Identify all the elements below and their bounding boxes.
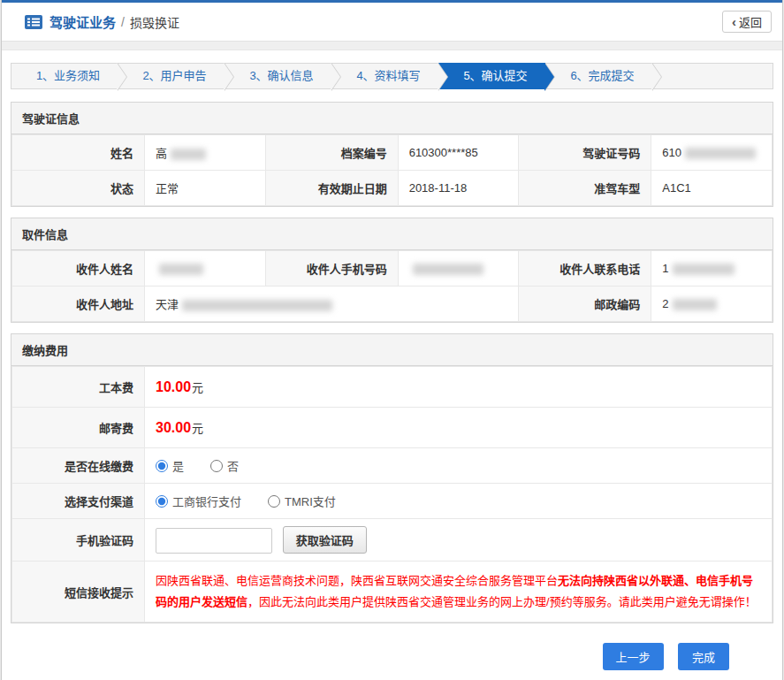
section-pickup-info: 取件信息 收件人姓名 收件人手机号码 收件人联系电话 1 收件人地址 天津 邮政… — [11, 218, 773, 323]
online-payment-yes-label: 是 — [172, 457, 184, 474]
sms-notice-label: 短信接收提示 — [12, 562, 145, 623]
license-info-table: 姓名 高 档案编号 610300****85 驾驶证号码 610 状态 正常 有… — [11, 134, 773, 206]
name-label: 姓名 — [12, 135, 145, 171]
redacted-value — [685, 148, 756, 159]
recipient-tel-value: 1 — [651, 251, 773, 287]
table-row: 手机验证码 获取验证码 — [12, 519, 773, 562]
sms-notice-text: 因陕西省联通、电信运营商技术问题，陕西省互联网交通安全综合服务管理平台无法向持陕… — [145, 562, 773, 623]
section-title-license: 驾驶证信息 — [11, 103, 773, 134]
page-title: 驾驶证业务 — [49, 12, 116, 31]
fees-table: 工本费 10.00元 邮寄费 30.00元 是否在线缴费 — [11, 366, 773, 623]
step-tab-1-business-notice[interactable]: 1、业务须知 — [11, 63, 118, 89]
license-number-label: 驾驶证号码 — [519, 135, 651, 171]
sms-code-input[interactable] — [156, 528, 272, 554]
sms-code-label: 手机验证码 — [12, 519, 145, 562]
redacted-value — [159, 264, 203, 275]
online-payment-yes-radio[interactable] — [156, 460, 168, 472]
recipient-address-label: 收件人地址 — [12, 287, 145, 322]
step-tab-2-user-declaration[interactable]: 2、用户申告 — [118, 63, 225, 89]
table-row: 姓名 高 档案编号 610300****85 驾驶证号码 610 — [12, 135, 773, 171]
production-cost-amount: 10.00 — [156, 379, 191, 394]
expiry-date-label: 有效期止日期 — [265, 171, 398, 206]
breadcrumb-separator: / — [121, 15, 125, 29]
table-row: 收件人姓名 收件人手机号码 收件人联系电话 1 — [12, 251, 773, 287]
table-row: 是否在线缴费 是 否 — [12, 448, 773, 484]
step-tab-5-confirm-submit[interactable]: 5、确认提交 — [438, 63, 545, 89]
section-title-fees: 缴纳费用 — [11, 334, 773, 366]
sms-notice-part-1: 因陕西省联通、电信运营商技术问题，陕西省互联网交通安全综合服务管理平台 — [156, 574, 558, 587]
recipient-tel-label: 收件人联系电话 — [519, 251, 651, 287]
main-content: 驾驶证信息 姓名 高 档案编号 610300****85 驾驶证号码 610 状… — [2, 100, 782, 680]
previous-step-button[interactable]: 上一步 — [603, 643, 664, 670]
form-actions: 上一步 完成 — [11, 634, 773, 680]
sms-code-field-cell: 获取验证码 — [145, 519, 773, 562]
page-header: 驾驶证业务 / 损毁换证 ‹ 返回 — [2, 3, 782, 42]
redacted-value — [171, 149, 206, 160]
redacted-value — [673, 299, 717, 310]
channel-icbc-option[interactable]: 工商银行支付 — [156, 493, 241, 509]
postcode-label: 邮政编码 — [519, 287, 651, 322]
sms-notice-part-2: ，因此无法向此类用户提供陕西省交通管理业务的网上办理/预约等服务。请此类用户避免… — [247, 595, 757, 608]
table-row: 短信接收提示 因陕西省联通、电信运营商技术问题，陕西省互联网交通安全综合服务管理… — [12, 562, 773, 623]
channel-tmri-option[interactable]: TMRI支付 — [268, 493, 336, 509]
expiry-date-value: 2018-11-18 — [398, 171, 519, 206]
header-divider-band — [2, 42, 782, 50]
name-value: 高 — [145, 135, 266, 171]
table-row: 邮寄费 30.00元 — [12, 408, 773, 448]
back-button[interactable]: ‹ 返回 — [722, 11, 772, 33]
status-value: 正常 — [145, 171, 266, 206]
back-chevron-icon: ‹ — [732, 15, 736, 28]
archive-number-label: 档案编号 — [265, 135, 398, 171]
recipient-mobile-label: 收件人手机号码 — [265, 251, 398, 287]
recipient-address-value: 天津 — [145, 287, 519, 322]
postage-fee-value: 30.00元 — [145, 408, 773, 448]
redacted-value — [673, 264, 735, 275]
online-payment-options: 是 否 — [145, 448, 773, 484]
online-payment-yes-option[interactable]: 是 — [156, 457, 184, 474]
production-cost-label: 工本费 — [12, 367, 145, 408]
production-cost-unit: 元 — [192, 381, 203, 394]
online-payment-no-option[interactable]: 否 — [210, 457, 239, 474]
online-payment-label: 是否在线缴费 — [12, 448, 145, 484]
table-row: 收件人地址 天津 邮政编码 2 — [12, 287, 773, 322]
online-payment-no-radio[interactable] — [210, 460, 223, 472]
table-row: 选择支付渠道 工商银行支付 TMRI支付 — [12, 484, 773, 519]
section-license-info: 驾驶证信息 姓名 高 档案编号 610300****85 驾驶证号码 610 状… — [11, 102, 773, 207]
redacted-value — [182, 300, 332, 311]
section-fees: 缴纳费用 工本费 10.00元 邮寄费 30.00元 是否在线缴费 — [11, 333, 773, 623]
vehicle-class-label: 准驾车型 — [519, 171, 651, 206]
table-row: 状态 正常 有效期止日期 2018-11-18 准驾车型 A1C1 — [12, 171, 773, 206]
recipient-mobile-value — [398, 251, 519, 287]
step-tab-6-complete-submit[interactable]: 6、完成提交 — [545, 63, 652, 89]
archive-number-value: 610300****85 — [398, 135, 519, 171]
channel-tmri-radio[interactable] — [268, 495, 280, 508]
table-row: 工本费 10.00元 — [12, 367, 773, 408]
get-sms-code-button[interactable]: 获取验证码 — [283, 526, 367, 554]
channel-icbc-label: 工商银行支付 — [172, 493, 241, 509]
pickup-info-table: 收件人姓名 收件人手机号码 收件人联系电话 1 收件人地址 天津 邮政编码 2 — [11, 250, 773, 322]
license-business-icon — [25, 15, 42, 29]
steps-bar: 1、业务须知 2、用户申告 3、确认信息 4、资料填写 5、确认提交 6、完成提… — [2, 50, 782, 100]
page-root: 驾驶证业务 / 损毁换证 ‹ 返回 1、业务须知 2、用户申告 3、确认信息 4… — [1, 0, 783, 680]
license-number-value: 610 — [651, 135, 773, 171]
postage-fee-amount: 30.00 — [156, 420, 191, 435]
finish-button[interactable]: 完成 — [678, 643, 729, 670]
vehicle-class-value: A1C1 — [651, 171, 773, 206]
step-tab-3-confirm-info[interactable]: 3、确认信息 — [225, 63, 331, 89]
payment-channel-label: 选择支付渠道 — [12, 484, 145, 519]
redacted-value — [413, 264, 483, 275]
back-button-label: 返回 — [739, 13, 762, 30]
recipient-name-value — [145, 251, 266, 287]
recipient-name-label: 收件人姓名 — [12, 251, 145, 287]
postage-fee-unit: 元 — [192, 422, 203, 435]
status-label: 状态 — [12, 171, 145, 206]
step-tab-4-fill-materials[interactable]: 4、资料填写 — [331, 63, 438, 89]
steps-filler — [652, 63, 773, 89]
channel-tmri-label: TMRI支付 — [285, 493, 336, 509]
postage-fee-label: 邮寄费 — [12, 408, 145, 448]
postcode-value: 2 — [651, 287, 773, 322]
breadcrumb-current: 损毁换证 — [130, 13, 179, 31]
production-cost-value: 10.00元 — [145, 367, 773, 408]
section-title-pickup: 取件信息 — [11, 218, 773, 250]
channel-icbc-radio[interactable] — [156, 495, 168, 508]
